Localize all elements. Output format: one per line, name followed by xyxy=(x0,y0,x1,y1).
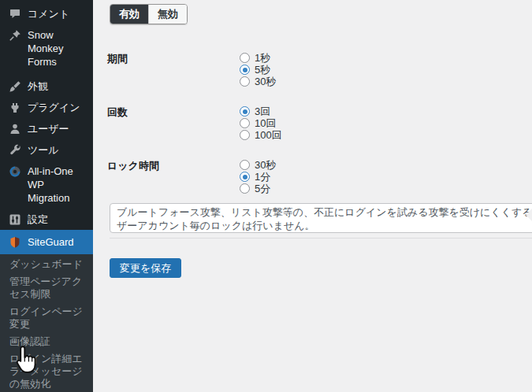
sidebar-item-snow-monkey-forms[interactable]: Snow Monkey Forms xyxy=(0,24,93,72)
sidebar-item-tools[interactable]: ツール xyxy=(0,139,93,161)
lock-time-label: ロック時間 xyxy=(107,160,159,172)
sidebar-item-comments[interactable]: コメント xyxy=(0,0,93,24)
sidebar-item-plugins[interactable]: プラグイン xyxy=(0,97,93,118)
period-option-1s[interactable]: 1秒 xyxy=(240,52,276,64)
radio-icon[interactable] xyxy=(240,130,250,140)
submenu-item-dashboard[interactable]: ダッシュボード xyxy=(0,256,93,273)
sidebar-item-label: 外観 xyxy=(28,80,48,93)
sidebar-item-settings[interactable]: 設定 xyxy=(0,209,93,230)
wrench-icon xyxy=(9,144,21,157)
radio-icon-checked[interactable] xyxy=(240,65,250,75)
period-option-5s[interactable]: 5秒 xyxy=(240,64,276,76)
sidebar-item-label: Snow Monkey Forms xyxy=(28,28,88,68)
submenu-item-login-error-disable[interactable]: ログイン詳細エラーメッセージの無効化 xyxy=(0,350,93,392)
section-divider xyxy=(110,238,532,239)
sidebar-item-users[interactable]: ユーザー xyxy=(0,118,93,139)
sidebar-item-label: ユーザー xyxy=(28,122,69,135)
pin-icon xyxy=(9,29,21,42)
sidebar-item-all-in-one-wp-migration[interactable]: All-in-One WP Migration xyxy=(0,161,93,209)
radio-icon[interactable] xyxy=(240,76,250,87)
sidebar-item-label: プラグイン xyxy=(28,101,80,114)
disable-button[interactable]: 無効 xyxy=(148,5,187,24)
plug-icon xyxy=(9,102,21,114)
shield-icon xyxy=(9,236,21,249)
settings-icon xyxy=(9,213,21,226)
count-radio-group: 3回 10回 100回 xyxy=(240,105,282,141)
enable-toggle-group: 有効 無効 xyxy=(110,4,188,24)
sidebar-item-label: ツール xyxy=(28,143,59,157)
sidebar-item-label: SiteGuard xyxy=(28,235,74,249)
submenu-item-image-auth[interactable]: 画像認証 xyxy=(0,333,93,350)
admin-sidebar: コメント Snow Monkey Forms 外観 プラグイン ユー xyxy=(0,0,93,392)
description-line-2: ザーアカウント毎のロックは行いません。 xyxy=(117,219,532,232)
brush-icon xyxy=(9,80,21,93)
user-icon xyxy=(9,123,21,135)
login-lock-settings-panel: 有効 無効 期間 1秒 5秒 30秒 回数 3回 xyxy=(93,0,532,392)
period-radio-group: 1秒 5秒 30秒 xyxy=(240,52,276,87)
count-option-100[interactable]: 100回 xyxy=(240,129,282,141)
radio-icon[interactable] xyxy=(240,53,250,63)
count-option-10[interactable]: 10回 xyxy=(240,117,282,129)
submenu-item-login-page-change[interactable]: ログインページ変更 xyxy=(0,303,93,333)
enable-button[interactable]: 有効 xyxy=(110,5,148,24)
wordpress-admin-screen: コメント Snow Monkey Forms 外観 プラグイン ユー xyxy=(0,0,532,392)
comment-icon xyxy=(9,8,21,20)
period-label: 期間 xyxy=(107,53,128,65)
radio-icon-checked[interactable] xyxy=(240,106,250,116)
active-menu-arrow xyxy=(526,209,532,221)
count-option-3[interactable]: 3回 xyxy=(240,105,282,117)
radio-icon[interactable] xyxy=(240,183,250,194)
radio-icon[interactable] xyxy=(240,160,250,170)
siteguard-submenu: ダッシュボード 管理ページアクセス制限 ログインページ変更 画像認証 ログイン詳… xyxy=(0,254,93,392)
count-label: 回数 xyxy=(107,106,128,118)
lock-time-option-1m[interactable]: 1分 xyxy=(240,171,276,183)
lock-time-radio-group: 30秒 1分 5分 xyxy=(240,159,276,194)
description-line-1: ブルートフォース攻撃、リスト攻撃等の、不正にログインを試みる攻撃を受けにくくする… xyxy=(117,205,532,219)
sidebar-item-appearance[interactable]: 外観 xyxy=(0,76,93,97)
sidebar-item-siteguard[interactable]: SiteGuard xyxy=(0,230,93,254)
sidebar-item-label: 設定 xyxy=(28,213,48,226)
migration-icon xyxy=(9,165,21,178)
lock-time-option-30s[interactable]: 30秒 xyxy=(240,159,276,171)
save-changes-button[interactable]: 変更を保存 xyxy=(110,258,181,278)
lock-time-option-5m[interactable]: 5分 xyxy=(240,183,276,194)
sidebar-item-label: All-in-One WP Migration xyxy=(28,165,88,205)
radio-icon-checked[interactable] xyxy=(240,172,250,182)
sidebar-item-label: コメント xyxy=(28,7,69,20)
submenu-item-admin-page-access[interactable]: 管理ページアクセス制限 xyxy=(0,273,93,303)
feature-description-box: ブルートフォース攻撃、リスト攻撃等の、不正にログインを試みる攻撃を受けにくくする… xyxy=(110,203,532,233)
radio-icon[interactable] xyxy=(240,118,250,128)
period-option-30s[interactable]: 30秒 xyxy=(240,76,276,87)
